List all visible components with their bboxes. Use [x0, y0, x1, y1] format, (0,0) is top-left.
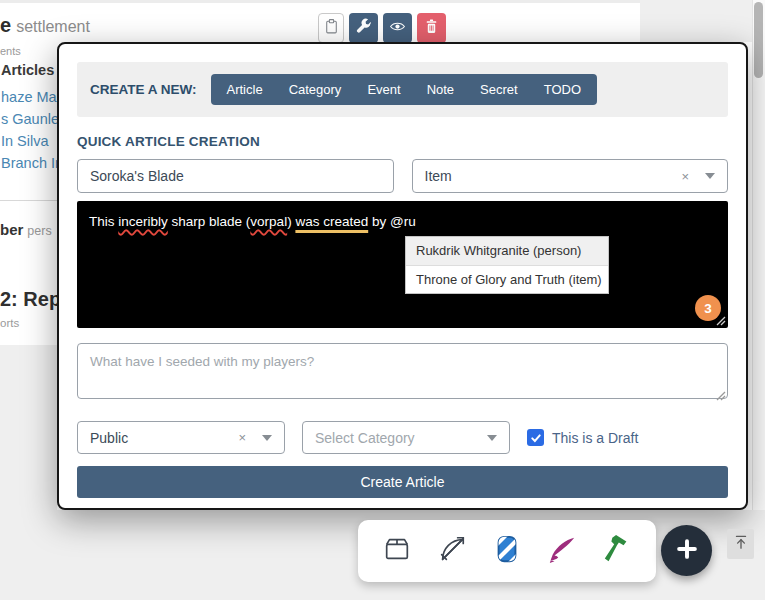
report-subtext: orts — [0, 317, 19, 329]
quill-icon — [547, 534, 577, 568]
screen: esettlement ents Articles haze Man s Gau… — [0, 0, 765, 600]
bow-arrow-icon — [437, 534, 467, 568]
mention-autocomplete: Rukdrik Whitgranite (person) Throne of G… — [405, 236, 609, 294]
draft-checkbox-label: This is a Draft — [552, 430, 638, 446]
title-type-row: Item × — [77, 159, 728, 193]
article-title-field — [77, 159, 394, 193]
article-type-select[interactable]: Item × — [412, 159, 729, 193]
box-button[interactable] — [380, 534, 414, 568]
article-link[interactable]: haze Man — [1, 89, 65, 105]
bow-arrow-button[interactable] — [435, 534, 469, 568]
seeds-textarea[interactable] — [77, 343, 728, 399]
article-link[interactable]: s Gaunlet — [1, 111, 63, 127]
section-title: QUICK ARTICLE CREATION — [77, 134, 728, 149]
grammar-flagged-phrase: was created — [295, 214, 368, 229]
visibility-value: Public — [78, 430, 238, 446]
autocomplete-option[interactable]: Rukdrik Whitgranite (person) — [406, 237, 608, 265]
wrench-icon — [355, 18, 372, 39]
create-type-tabbar: Article Category Event Note Secret TODO — [211, 74, 598, 105]
editor-text-run: by @ru — [368, 214, 415, 229]
article-link[interactable]: Branch In — [1, 155, 63, 171]
hammer-icon — [602, 534, 632, 568]
plus-icon — [673, 535, 701, 567]
draft-checkbox[interactable] — [527, 429, 544, 446]
background-panel — [640, 0, 752, 42]
create-new-header: CREATE A NEW: Article Category Event Not… — [77, 62, 728, 117]
clear-icon[interactable]: × — [681, 169, 689, 184]
articles-header: Articles — [1, 62, 54, 78]
scroll-to-top-icon — [732, 533, 750, 555]
page-title-type: settlement — [16, 18, 90, 35]
resize-handle-icon[interactable] — [716, 391, 726, 401]
editor-text-run: This — [89, 214, 118, 229]
member-heading-type: pers — [27, 224, 51, 238]
quill-button[interactable] — [545, 534, 579, 568]
draft-checkbox-group[interactable]: This is a Draft — [527, 429, 638, 446]
misspelled-word: vorpal — [250, 214, 287, 229]
member-heading: berpers — [0, 221, 52, 239]
clipboard-button[interactable] — [318, 13, 344, 43]
view-button[interactable] — [383, 13, 412, 43]
box-icon — [382, 534, 412, 568]
page-title: esettlement — [0, 14, 90, 37]
category-select[interactable]: Select Category — [302, 421, 510, 454]
article-type-value: Item — [413, 168, 682, 184]
eye-icon — [389, 18, 406, 39]
article-title-input[interactable] — [78, 160, 393, 192]
barrel-icon — [492, 534, 522, 568]
quick-article-modal: CREATE A NEW: Article Category Event Not… — [57, 42, 748, 510]
options-row: Public × Select Category This is a Draft — [77, 421, 728, 454]
barrel-button[interactable] — [490, 534, 524, 568]
text-fragment: ents — [0, 45, 21, 57]
visibility-select[interactable]: Public × — [77, 421, 285, 454]
category-placeholder: Select Category — [303, 430, 487, 446]
scroll-to-top-button[interactable] — [727, 529, 754, 559]
article-content-editor[interactable]: This inceribly sharp blade (vorpal) was … — [77, 201, 728, 328]
create-article-button[interactable]: Create Article — [77, 466, 728, 498]
add-button[interactable] — [661, 525, 712, 576]
page-title-fragment: e — [0, 14, 11, 36]
trash-icon — [423, 18, 440, 39]
tab-event[interactable]: Event — [354, 74, 413, 105]
article-link[interactable]: In Silva — [1, 133, 49, 149]
misspelled-word: inceribly — [118, 214, 168, 229]
tab-category[interactable]: Category — [276, 74, 355, 105]
editor-text: This inceribly sharp blade (vorpal) was … — [77, 201, 728, 243]
quick-create-toolbar — [358, 520, 656, 582]
divider — [0, 200, 57, 201]
delete-button[interactable] — [417, 13, 446, 43]
chevron-down-icon — [262, 435, 272, 441]
clear-icon[interactable]: × — [238, 430, 246, 445]
chevron-down-icon — [705, 173, 715, 179]
autocomplete-option[interactable]: Throne of Glory and Truth (item) — [406, 265, 608, 293]
resize-handle-icon[interactable] — [716, 316, 726, 326]
member-heading-bold: ber — [0, 221, 23, 238]
tab-note[interactable]: Note — [414, 74, 467, 105]
editor-text-run: sharp blade ( — [168, 214, 251, 229]
tab-article[interactable]: Article — [214, 74, 276, 105]
tab-todo[interactable]: TODO — [531, 74, 594, 105]
article-actions-toolbar — [318, 13, 446, 43]
edit-button[interactable] — [349, 13, 378, 43]
create-new-label: CREATE A NEW: — [90, 82, 197, 97]
scrollbar-thumb[interactable] — [754, 2, 763, 78]
chevron-down-icon — [487, 435, 497, 441]
clipboard-icon — [323, 18, 340, 39]
tab-secret[interactable]: Secret — [467, 74, 531, 105]
seeds-field — [77, 343, 728, 403]
hammer-button[interactable] — [600, 534, 634, 568]
